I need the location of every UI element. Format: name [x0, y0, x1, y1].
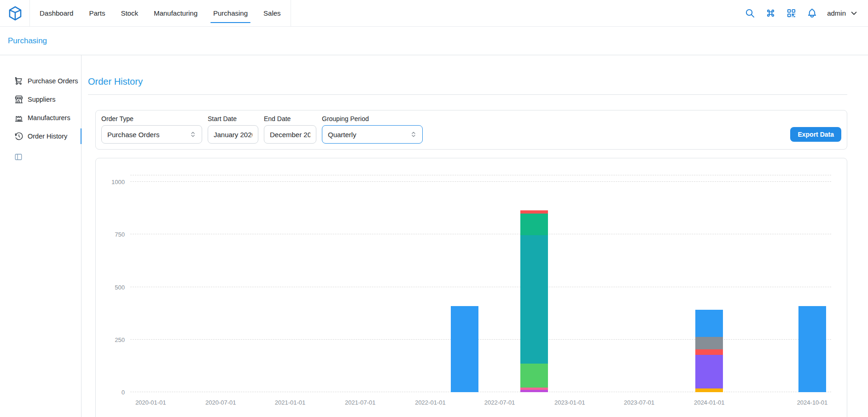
x-tick-label: 2024-10-01 — [797, 399, 828, 406]
filter-panel: Order Type Purchase Orders Start Date En… — [95, 110, 847, 150]
bar-segment — [520, 364, 548, 388]
bar-segment — [695, 355, 723, 388]
gridline — [130, 181, 831, 182]
x-tick-label: 2023-01-01 — [554, 399, 585, 406]
top-navbar: Dashboard Parts Stock Manufacturing Purc… — [0, 0, 868, 27]
user-menu[interactable]: admin — [827, 9, 858, 17]
y-tick-label: 750 — [115, 231, 125, 238]
x-tick-label: 2021-01-01 — [275, 399, 306, 406]
bell-icon[interactable] — [806, 8, 817, 19]
bar-segment — [520, 235, 548, 364]
tab-dashboard[interactable]: Dashboard — [32, 0, 81, 26]
order-type-label: Order Type — [101, 115, 202, 122]
grouping-period-select[interactable]: Quarterly — [322, 125, 423, 144]
gridline — [130, 234, 831, 234]
tab-stock[interactable]: Stock — [113, 0, 146, 26]
bar-segment — [695, 388, 723, 392]
gridline — [130, 392, 831, 392]
chart-bar-2024-10-01[interactable] — [798, 306, 826, 392]
gridline — [130, 175, 831, 175]
tab-manufacturing[interactable]: Manufacturing — [146, 0, 205, 26]
y-tick-label: 0 — [122, 389, 125, 396]
select-chevrons-icon — [410, 131, 417, 138]
x-tick-label: 2022-01-01 — [415, 399, 446, 406]
x-tick-label: 2022-07-01 — [484, 399, 515, 406]
chart-bar-2022-10-01[interactable] — [520, 210, 548, 392]
x-tick-label: 2020-01-01 — [135, 399, 166, 406]
tab-parts[interactable]: Parts — [81, 0, 113, 26]
purchasing-sidebar: Purchase Orders Suppliers Manufacturers — [0, 55, 82, 417]
breadcrumb-purchasing[interactable]: Purchasing — [8, 36, 47, 46]
end-date-label: End Date — [264, 115, 316, 122]
x-tick-label: 2023-07-01 — [624, 399, 655, 406]
bar-segment — [798, 306, 826, 392]
title-divider — [88, 94, 847, 95]
sidebar-item-suppliers[interactable]: Suppliers — [0, 90, 81, 109]
bar-segment — [520, 210, 548, 214]
bar-segment — [451, 306, 478, 392]
main-nav-tabs: Dashboard Parts Stock Manufacturing Purc… — [29, 0, 291, 26]
x-tick-label: 2021-07-01 — [345, 399, 376, 406]
app-logo[interactable] — [7, 0, 23, 26]
end-date-field: End Date — [264, 115, 316, 144]
page-title: Order History — [88, 76, 847, 87]
factory-icon — [14, 113, 23, 122]
main-content: Order History Order Type Purchase Orders… — [82, 55, 868, 417]
x-tick-label: 2024-01-01 — [694, 399, 725, 406]
bar-segment — [695, 349, 723, 354]
bar-segment — [520, 390, 548, 392]
tab-sales[interactable]: Sales — [256, 0, 289, 26]
gridline — [130, 287, 831, 287]
order-history-chart-card: 025050075010002020-01-012020-07-012021-0… — [95, 158, 847, 417]
chart-bar-2022-04-01[interactable] — [451, 306, 478, 392]
export-data-button[interactable]: Export Data — [790, 127, 841, 142]
breadcrumb: Purchasing — [0, 27, 868, 55]
sidebar-item-label: Purchase Orders — [28, 77, 78, 85]
history-icon — [14, 132, 23, 141]
qr-scan-icon[interactable] — [786, 8, 797, 19]
grouping-period-field: Grouping Period Quarterly — [322, 115, 423, 144]
sidebar-item-manufacturers[interactable]: Manufacturers — [0, 109, 81, 127]
panel-collapse-icon[interactable] — [14, 153, 23, 161]
sidebar-item-purchase-orders[interactable]: Purchase Orders — [0, 72, 81, 90]
shopping-cart-icon — [14, 76, 23, 86]
chart-plot: 025050075010002020-01-012020-07-012021-0… — [130, 175, 831, 392]
bar-segment — [520, 214, 548, 235]
gridline — [130, 339, 831, 340]
grouping-period-label: Grouping Period — [322, 115, 423, 122]
start-date-field: Start Date — [208, 115, 258, 144]
tab-purchasing[interactable]: Purchasing — [205, 0, 256, 26]
sidebar-item-label: Suppliers — [28, 96, 55, 103]
order-type-select[interactable]: Purchase Orders — [101, 125, 202, 144]
chevron-down-icon — [850, 9, 858, 17]
bar-segment — [695, 310, 723, 336]
bar-segment — [695, 337, 723, 349]
sidebar-item-label: Manufacturers — [28, 114, 70, 122]
end-date-input[interactable] — [264, 125, 316, 144]
logo-cube-icon — [7, 6, 23, 21]
sidebar-item-label: Order History — [28, 133, 67, 140]
search-icon[interactable] — [744, 8, 755, 19]
sidebar-item-order-history[interactable]: Order History — [0, 127, 81, 145]
username: admin — [827, 9, 846, 17]
x-tick-label: 2020-07-01 — [205, 399, 236, 406]
select-chevrons-icon — [190, 131, 196, 138]
y-tick-label: 500 — [115, 284, 125, 290]
start-date-label: Start Date — [208, 115, 258, 122]
y-tick-label: 250 — [115, 336, 125, 343]
navbar-actions: admin — [744, 0, 858, 26]
command-icon[interactable] — [765, 8, 776, 19]
start-date-input[interactable] — [208, 125, 258, 144]
y-tick-label: 1000 — [111, 179, 125, 185]
chart-bar-2024-01-01[interactable] — [695, 310, 723, 392]
order-type-field: Order Type Purchase Orders — [101, 115, 202, 144]
building-store-icon — [14, 95, 23, 104]
